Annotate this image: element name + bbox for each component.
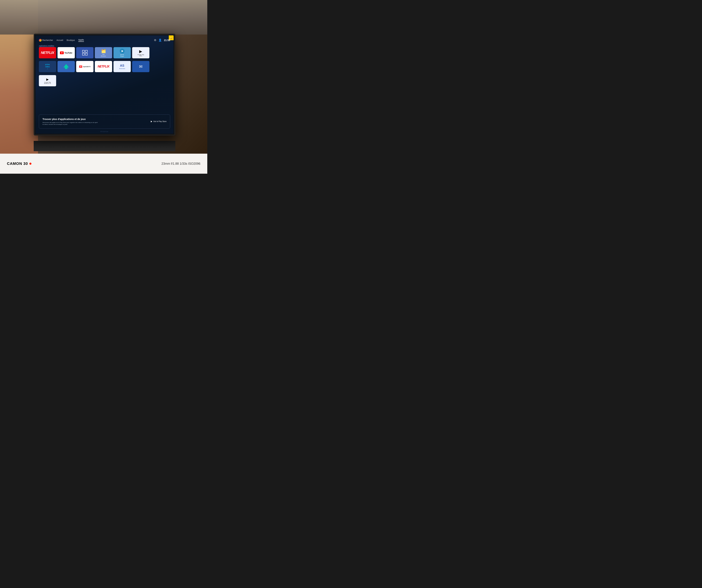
app-file-browser[interactable]: 🗂️ FileBrowser: [95, 47, 112, 58]
nav-apps[interactable]: Applis: [78, 39, 84, 42]
camera-bar: CAMON 30 23mm f/1.88 1/33s ISO2096: [0, 154, 207, 174]
grid-squares-icon: [82, 50, 88, 55]
section-label-text: Applications installées: [39, 45, 54, 47]
time-display: 21:53: [164, 39, 170, 42]
app-prime-video[interactable]: primevideo ↗: [39, 61, 56, 72]
prime-video-inner: primevideo ↗: [45, 63, 50, 70]
aptoide-play-icon: [79, 65, 82, 68]
find-apps-text-area: Trouver plus d'applications et de jeux D…: [42, 118, 100, 125]
play-store-btn-label: Voir le Play Store: [153, 121, 166, 122]
arrow-up-shape: [64, 64, 69, 67]
tv-frame: Rechercher Accueil Boutique Applis ⚙ 👤 2…: [34, 34, 175, 136]
nav-home[interactable]: Accueil: [56, 39, 63, 41]
see-play-store-button[interactable]: Voir le Play Store: [151, 121, 166, 122]
app-play-store[interactable]: ▶ Google PlayStore: [132, 47, 149, 58]
aptoide-inner: AptoideTV: [79, 65, 91, 68]
tv-stand-area: [34, 141, 175, 151]
apps-row-3: ▶ Google PlayMovies & TV: [39, 75, 56, 86]
prime-video-arrow: ↗: [47, 68, 48, 70]
play-store-label: Google PlayStore: [137, 54, 144, 56]
netflix-2-label: NETFLIX: [98, 65, 109, 68]
nav-apps-label: Applis: [78, 39, 84, 41]
nav-left: Rechercher Accueil Boutique Applis: [39, 39, 84, 42]
netflix-main-label: NETFLIX: [41, 51, 54, 55]
google-assistant-icon: [39, 39, 42, 42]
nav-store-label: Boutique: [67, 39, 75, 41]
find-more-apps-card: Trouver plus d'applications et de jeux D…: [39, 115, 170, 129]
arrow-upload-inner: [64, 64, 69, 69]
app-grid-icon[interactable]: [76, 47, 94, 58]
app-emtn[interactable]: ✉: [132, 61, 149, 72]
grid-sq-1: [82, 50, 85, 52]
camera-brand-area: CAMON 30: [7, 161, 31, 166]
app-aptoide-tv[interactable]: AptoideTV: [76, 61, 94, 72]
nav-right: ⚙ 👤 21:53: [154, 38, 170, 42]
file-browser-icon: 🗂️: [101, 49, 106, 53]
camera-brand-dot: [29, 163, 31, 165]
nav-search-label: Rechercher: [42, 39, 53, 41]
aptoide-label: AptoideTV: [83, 66, 91, 67]
nav-bar: Rechercher Accueil Boutique Applis ⚙ 👤 2…: [39, 38, 170, 42]
nav-search[interactable]: Rechercher: [39, 39, 53, 42]
apps-row-1: NETFLIX YouTube: [39, 47, 149, 58]
app-gplay-movies-tv[interactable]: ▶ Google PlayMovies & TV: [39, 75, 56, 86]
youtube-play-icon: [60, 51, 64, 54]
wall-top: [0, 0, 207, 34]
arrow-stem: [65, 67, 68, 69]
movie-player-play-icon: [120, 49, 125, 53]
app-airscreen[interactable]: AS AirScreen: [113, 61, 131, 72]
app-netflix-main[interactable]: NETFLIX: [39, 47, 56, 58]
app-movie-player[interactable]: MoviePlayer: [113, 47, 131, 58]
tv-screen: Rechercher Accueil Boutique Applis ⚙ 👤 2…: [35, 35, 173, 134]
account-icon[interactable]: 👤: [158, 38, 162, 42]
prime-video-label: primevideo: [45, 63, 50, 68]
app-youtube[interactable]: YouTube: [57, 47, 75, 58]
file-browser-label: FileBrowser: [101, 54, 106, 57]
settings-icon[interactable]: ⚙: [154, 38, 156, 42]
airscreen-logo: AS: [120, 64, 124, 67]
play-store-inner: ▶ Google PlayStore: [137, 49, 144, 56]
section-label: Applications installées: [39, 45, 54, 47]
file-browser-inner: 🗂️ FileBrowser: [101, 49, 106, 57]
youtube-label: YouTube: [65, 52, 72, 54]
play-store-icon: ▶: [139, 49, 142, 54]
grid-sq-4: [85, 53, 88, 55]
tv-brand-label: Hisense: [101, 131, 109, 132]
apps-row-2: primevideo ↗ AptoideTV NETFL: [39, 61, 149, 72]
movie-player-label: MoviePlayer: [120, 54, 124, 57]
movie-player-inner: MoviePlayer: [120, 49, 125, 57]
airscreen-inner: AS AirScreen: [119, 64, 125, 69]
airscreen-label: AirScreen: [119, 68, 125, 69]
camera-specs-text: 23mm f/1.88 1/33s ISO2096: [161, 162, 200, 166]
app-arrow-upload[interactable]: [57, 61, 75, 72]
emtn-icon: ✉: [139, 64, 142, 69]
play-store-btn-play-icon: [151, 121, 152, 122]
grid-sq-2: [85, 50, 88, 52]
gplay-movies-inner: ▶ Google PlayMovies & TV: [44, 78, 51, 84]
find-apps-description: Découvrez des applis sur le Play Store p…: [42, 122, 100, 125]
app-netflix-2[interactable]: NETFLIX: [95, 61, 112, 72]
gplay-movies-label: Google PlayMovies & TV: [44, 82, 51, 84]
find-apps-title: Trouver plus d'applications et de jeux: [42, 118, 100, 121]
nav-home-label: Accueil: [56, 39, 63, 41]
nav-store[interactable]: Boutique: [67, 39, 75, 41]
grid-sq-3: [82, 53, 85, 55]
camera-brand-name: CAMON 30: [7, 161, 28, 166]
youtube-inner: YouTube: [60, 51, 72, 54]
gplay-movies-icon: ▶: [46, 78, 49, 81]
